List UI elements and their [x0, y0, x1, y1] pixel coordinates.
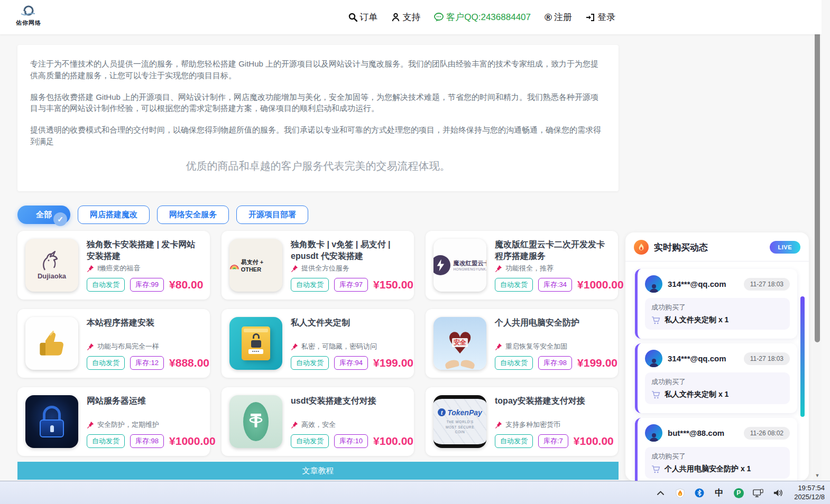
product-card-dujiaoka[interactable]: Dujiaoka 独角数卡安装搭建 | 发卡网站安装搭建 I懒癌党的福音 自动发…	[17, 231, 210, 300]
purchase-detail: 成功购买了 个人共用电脑安全防护 x 1	[645, 447, 790, 479]
article-tutorials-label: 文章教程	[302, 466, 334, 476]
product-price: ¥199.00	[577, 357, 617, 369]
cart-icon	[651, 391, 660, 399]
tray-firewall-icon[interactable]	[675, 488, 685, 498]
person-icon	[391, 13, 400, 22]
tab-shop-build[interactable]: 网店搭建魔改	[78, 206, 150, 224]
lock-icon	[43, 406, 61, 419]
purchase-item[interactable]: 314***@qq.com 11-27 18:03 成功购买了 私人文件夹定制 …	[635, 343, 797, 413]
auto-ship-badge: 自动发货	[291, 278, 329, 292]
category-tabs: 全部 ✓ 网店搭建魔改 网络安全服务 开源项目部署	[17, 206, 308, 224]
product-meta: 自动发货 库存:98 ¥1000.00	[87, 434, 202, 448]
product-card-usdt[interactable]: usdt安装搭建支付对接 高效，安全 自动发货 库存:10 ¥100.00	[222, 387, 414, 456]
stock-badge: 库存:99	[130, 278, 164, 292]
product-card-server-ops[interactable]: 网站服务器运维 安全防护，定期维护 自动发货 库存:98 ¥1000.00	[17, 387, 210, 456]
product-price: ¥1000.00	[169, 435, 216, 447]
product-meta: 自动发货 库存:7 ¥100.00	[495, 434, 610, 448]
fire-icon	[634, 240, 649, 255]
pin-icon	[87, 421, 94, 428]
scroll-down-arrow[interactable]: ▼	[813, 473, 822, 478]
product-title: 本站程序搭建安装	[87, 317, 202, 329]
windows-taskbar: 中 P 19:57:54 2025/12/8	[0, 481, 830, 504]
product-card-hongmengyunka[interactable]: 魔改红盟云卡 HONGMENGYUNKA 魔改版红盟云卡二次开发发卡程序搭建服务…	[426, 231, 618, 300]
product-image-hongmengyunka: 魔改红盟云卡 HONGMENGYUNKA	[434, 239, 486, 292]
thumbs-up-icon	[35, 326, 69, 360]
product-title: 私人文件夹定制	[291, 317, 406, 329]
tray-chevron-up-icon[interactable]	[655, 488, 666, 498]
nav-links: 订单 支持 客户QQ:2436884407 ® 注册 登录	[348, 0, 615, 34]
product-card-yipay[interactable]: 易支付 + OTHER 独角数卡 | v免签 | 易支付 | epusdt 代安…	[222, 231, 414, 300]
hand-icon	[460, 359, 476, 369]
buyer-email: 314***@qq.com	[668, 279, 739, 288]
product-meta: 自动发货 库存:12 ¥888.00	[87, 356, 202, 370]
product-title: 魔改版红盟云卡二次开发发卡程序搭建服务	[495, 239, 610, 262]
product-price: ¥888.00	[169, 357, 209, 369]
product-meta: 自动发货 库存:97 ¥150.00	[291, 278, 406, 292]
taskbar-clock[interactable]: 19:57:54 2025/12/8	[792, 484, 825, 502]
tray-ime-indicator[interactable]: 中	[714, 488, 724, 498]
stock-badge: 库存:7	[538, 434, 568, 448]
nav-customer-qq[interactable]: 客户QQ:2436884407	[434, 11, 531, 23]
nav-login[interactable]: 登录	[586, 11, 615, 23]
purchase-item[interactable]: but***@88.com 11-26 08:02 成功购买了 个人共用电脑安全…	[635, 418, 797, 481]
stock-badge: 库存:34	[538, 278, 572, 292]
clock-time: 19:57:54	[794, 484, 825, 493]
tokenpay-label: TokenPay	[447, 408, 482, 417]
auto-ship-badge: 自动发货	[87, 434, 125, 448]
auto-ship-badge: 自动发货	[291, 434, 329, 448]
browser-page: 佑你网络 订单 支持 客户QQ:2436884407 ® 注册 登录	[0, 0, 822, 481]
tray-speaker-icon[interactable]	[772, 488, 783, 498]
nav-support[interactable]: 支持	[391, 11, 420, 23]
login-icon	[586, 13, 595, 22]
pin-icon	[495, 265, 502, 272]
pin-icon	[291, 343, 298, 350]
product-card-tokenpay[interactable]: t TokenPay THE WORLD'S MOST SECURE COIN …	[426, 387, 618, 456]
site-logo[interactable]: 佑你网络	[14, 3, 43, 27]
product-title: usdt安装搭建支付对接	[291, 395, 406, 407]
nav-login-label: 登录	[597, 11, 615, 23]
stock-badge: 库存:98	[538, 356, 572, 370]
purchase-item[interactable]: 314***@qq.com 11-27 18:03 成功购买了 私人文件夹定制 …	[635, 269, 797, 339]
product-meta: 自动发货 库存:98 ¥199.00	[495, 356, 610, 370]
tab-opensource-deploy[interactable]: 开源项目部署	[236, 206, 308, 224]
logo-text: 佑你网络	[14, 19, 43, 27]
tab-all[interactable]: 全部 ✓	[17, 206, 70, 224]
product-note: I懒癌党的福音	[87, 264, 202, 273]
purchase-time: 11-27 18:03	[744, 352, 790, 365]
nav-orders[interactable]: 订单	[348, 11, 377, 23]
intro-tagline: 优质的商品和卓越的客户服务代表完美的交易流程体现。	[30, 159, 606, 173]
anquan-label: 安全	[452, 338, 468, 347]
tab-network-security[interactable]: 网络安全服务	[157, 206, 229, 224]
system-tray: 中 P 19:57:54 2025/12/8	[655, 481, 825, 504]
auto-ship-badge: 自动发货	[87, 356, 125, 370]
chat-icon	[434, 13, 444, 22]
avatar	[645, 424, 662, 442]
top-navbar: 佑你网络 订单 支持 客户QQ:2436884407 ® 注册 登录	[0, 0, 822, 34]
pin-icon	[87, 343, 94, 350]
product-price: ¥100.00	[373, 435, 413, 447]
product-image-cyber-lock	[25, 395, 78, 448]
purchase-time: 11-26 08:02	[744, 427, 790, 440]
dujiaoka-label: Dujiaoka	[38, 272, 66, 280]
product-card-pc-security[interactable]: ♥ 安全 个人共用电脑安全防护 重启恢复等安全加固 自动发货 库存:98 ¥19…	[426, 309, 618, 378]
tray-network-icon[interactable]	[753, 488, 763, 498]
tokenpay-logo-icon: t	[438, 408, 446, 416]
product-card-site-install[interactable]: 本站程序搭建安装 功能与布局完全一样 自动发货 库存:12 ¥888.00	[17, 309, 210, 378]
product-meta: 自动发货 库存:99 ¥80.00	[87, 278, 202, 292]
product-image-security-heart: ♥ 安全	[434, 317, 486, 370]
tray-green-app-icon[interactable]: P	[733, 488, 744, 498]
product-note: 功能很全，推荐	[495, 264, 610, 273]
scrollbar-thumb[interactable]	[815, 10, 820, 342]
nav-register[interactable]: ® 注册	[545, 11, 572, 23]
product-image-dujiaoka: Dujiaoka	[25, 239, 78, 292]
product-note: 安全防护，定期维护	[87, 420, 202, 430]
intro-paragraph-1: 专注于为不懂技术的人员提供一流的服务，帮助您轻松搭建 GitHub 上的开源项目…	[30, 58, 606, 81]
product-note: 高效，安全	[291, 420, 406, 430]
stock-badge: 库存:98	[130, 434, 164, 448]
buyer-email: 314***@qq.com	[668, 354, 739, 363]
product-meta: 自动发货 库存:10 ¥100.00	[291, 434, 406, 448]
tray-bluetooth-icon[interactable]	[694, 488, 705, 498]
article-tutorials-bar[interactable]: 文章教程	[17, 462, 619, 480]
product-card-private-folder[interactable]: •••• 私人文件夹定制 私密，可隐藏，密码访问 自动发货 库存:94 ¥199…	[222, 309, 414, 378]
feed-scrollbar[interactable]	[800, 296, 805, 417]
